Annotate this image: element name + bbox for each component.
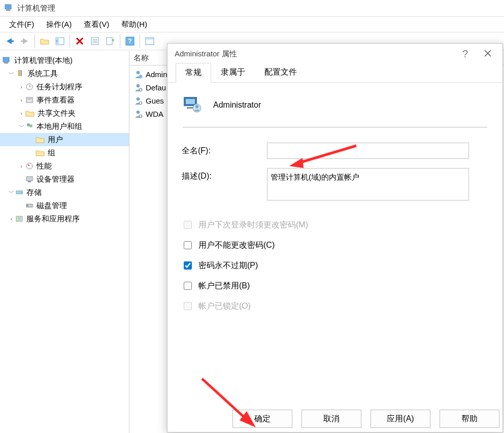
svg-rect-31 [26, 204, 28, 207]
cancel-button[interactable]: 取消 [301, 410, 361, 428]
tree-performance[interactable]: › 性能 [0, 159, 129, 173]
check-password-never-expires[interactable]: 密码永不过期(P) [182, 260, 488, 271]
svg-rect-9 [107, 38, 112, 45]
tree-local-users-groups[interactable]: ﹀ 本地用户和组 [0, 120, 129, 133]
svg-rect-1 [6, 10, 10, 11]
username-label: Administrator [213, 101, 261, 110]
checkbox-icon [184, 221, 192, 229]
up-one-level-button[interactable] [37, 34, 52, 49]
svg-rect-14 [3, 57, 9, 62]
svg-rect-43 [186, 99, 195, 104]
help-button[interactable]: ? [122, 34, 138, 49]
chevron-right-icon[interactable]: › [17, 110, 25, 116]
svg-rect-17 [20, 70, 22, 76]
svg-rect-33 [20, 216, 22, 221]
chevron-down-icon[interactable]: ﹀ [17, 123, 25, 130]
description-label: 描述(D): [182, 168, 267, 182]
chevron-right-icon[interactable]: › [17, 97, 25, 103]
chevron-right-icon[interactable]: › [17, 163, 25, 169]
svg-rect-2 [6, 38, 7, 44]
apply-button[interactable]: 应用(A) [371, 410, 430, 428]
export-list-button[interactable] [103, 34, 118, 49]
description-input[interactable] [267, 168, 469, 201]
svg-rect-26 [26, 177, 32, 181]
tree-device-manager[interactable]: 设备管理器 [0, 173, 129, 186]
svg-rect-21 [26, 97, 32, 103]
chevron-down-icon[interactable]: ﹀ [7, 70, 15, 78]
tree-services-apps[interactable]: › 服务和应用程序 [0, 212, 129, 225]
checkbox-icon [184, 302, 192, 310]
properties-dialog: Administrator 属性 ? 常规 隶属于 配置文件 [167, 43, 503, 432]
properties-button[interactable] [87, 34, 103, 49]
checkbox-icon[interactable] [184, 241, 192, 249]
back-button[interactable] [2, 34, 17, 49]
tab-general[interactable]: 常规 [176, 63, 211, 83]
tab-profile[interactable]: 配置文件 [255, 62, 307, 82]
svg-rect-27 [28, 181, 31, 182]
window-title-bar: 计算机管理 [0, 0, 504, 17]
svg-rect-32 [16, 216, 19, 221]
ok-button[interactable]: 确定 [232, 410, 292, 428]
tree-event-viewer[interactable]: › 事件查看器 [0, 93, 129, 107]
svg-text:?: ? [128, 38, 131, 45]
chevron-down-icon[interactable]: ﹀ [7, 189, 15, 196]
check-account-locked: 帐户已锁定(O) [182, 301, 488, 312]
dialog-titlebar: Administrator 属性 ? [167, 44, 502, 64]
tree-groups[interactable]: 组 [0, 146, 129, 159]
svg-point-46 [195, 105, 198, 108]
svg-rect-13 [146, 38, 154, 40]
forward-button[interactable] [17, 34, 32, 49]
svg-rect-0 [5, 5, 11, 9]
show-hide-tree-button[interactable] [52, 34, 68, 49]
svg-rect-15 [4, 62, 8, 63]
svg-point-24 [29, 124, 32, 127]
tree-users[interactable]: 用户 [0, 133, 129, 146]
dialog-title: Administrator 属性 [175, 49, 237, 59]
dialog-tabs: 常规 隶属于 配置文件 [167, 64, 502, 83]
dialog-help-button[interactable]: ? [462, 48, 468, 60]
svg-point-38 [137, 97, 140, 101]
menu-bar: 文件(F) 操作(A) 查看(V) 帮助(H) [0, 17, 504, 32]
check-must-change-password: 用户下次登录时须更改密码(M) [182, 219, 488, 230]
svg-point-40 [137, 111, 140, 114]
help-button[interactable]: 帮助 [440, 410, 499, 428]
chevron-right-icon[interactable]: › [17, 84, 25, 90]
tree-task-scheduler[interactable]: › 任务计划程序 [0, 80, 129, 93]
dialog-button-bar: 确定 取消 应用(A) 帮助 [167, 410, 502, 432]
window-title: 计算机管理 [17, 4, 55, 13]
check-cannot-change-password[interactable]: 用户不能更改密码(C) [182, 240, 488, 251]
refresh-button[interactable] [142, 34, 157, 49]
check-account-disabled[interactable]: 帐户已禁用(B) [182, 280, 488, 291]
checkbox-icon[interactable] [184, 282, 192, 290]
svg-point-34 [137, 71, 140, 75]
tree-disk-management[interactable]: 磁盘管理 [0, 199, 129, 212]
svg-point-29 [21, 192, 22, 193]
delete-button[interactable] [72, 34, 87, 49]
tab-member-of[interactable]: 隶属于 [211, 62, 255, 82]
checkbox-icon[interactable] [184, 261, 192, 270]
app-icon [4, 3, 13, 14]
tree-shared-folders[interactable]: › 共享文件夹 [0, 107, 129, 120]
menu-action[interactable]: 操作(A) [40, 18, 78, 31]
divider [183, 127, 487, 127]
user-avatar-icon [182, 94, 202, 116]
console-tree[interactable]: 计算机管理(本地) ﹀ 系统工具 › 任务计划程序 › 事件查看器 › 共享文件… [0, 51, 129, 433]
menu-view[interactable]: 查看(V) [78, 18, 115, 31]
menu-file[interactable]: 文件(F) [3, 18, 40, 31]
svg-point-36 [137, 84, 140, 88]
full-name-label: 全名(F): [182, 143, 267, 156]
tree-root[interactable]: 计算机管理(本地) [0, 54, 129, 67]
svg-rect-16 [18, 70, 20, 76]
tree-storage[interactable]: ﹀ 存储 [0, 186, 129, 199]
chevron-right-icon[interactable]: › [7, 216, 15, 222]
close-icon[interactable] [480, 47, 495, 61]
tree-system-tools[interactable]: ﹀ 系统工具 [0, 67, 129, 80]
menu-help[interactable]: 帮助(H) [115, 18, 153, 31]
full-name-input[interactable] [267, 143, 469, 159]
